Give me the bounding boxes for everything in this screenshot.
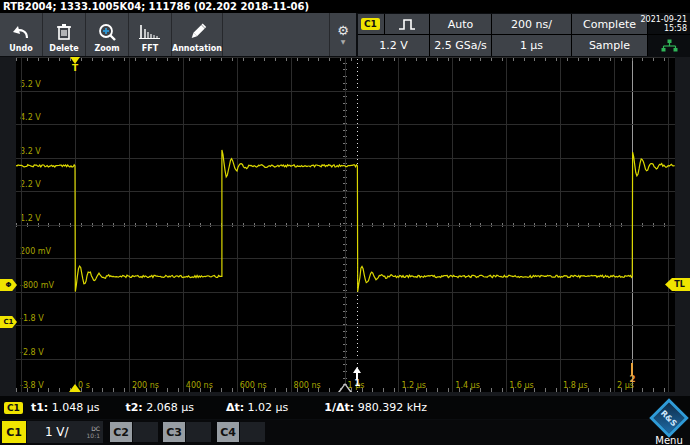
datetime-cell: 2021-09-21 15:58 [648, 14, 690, 34]
channel1-tab[interactable]: C1 [2, 421, 26, 443]
timebase-cell[interactable]: 200 ns/ [492, 14, 571, 34]
channel-bar: C1 1 V/ DC 10:1 C2 C3 C4 [0, 420, 690, 445]
annotation-label: Annotation [172, 44, 222, 54]
sample-rate-value: 2.5 GSa/s [434, 39, 487, 52]
cursor-t2-readout: t2: 2.068 µs [125, 401, 194, 414]
status-bar: C1 Auto 200 ns/ Complete 2021-09-21 15:5… [358, 14, 690, 56]
channel2-settings-panel [133, 422, 158, 442]
annotation-button[interactable]: Annotation [172, 13, 223, 56]
zoom-button[interactable]: Zoom [86, 13, 129, 56]
toolbar-spacer [223, 13, 330, 56]
trigger-level-tag-label: TL [674, 280, 685, 289]
lan-status-cell [648, 35, 690, 56]
timebase-value: 200 ns/ [511, 18, 552, 31]
title-bar: RTB2004; 1333.1005K04; 111786 (02.202 20… [0, 0, 690, 13]
record-time-value: 1 µs [520, 39, 543, 52]
date-text: 2021-09-21 [641, 15, 688, 24]
undo-label: Undo [9, 44, 32, 54]
edge-trigger-icon [385, 17, 429, 32]
trash-icon [56, 20, 72, 44]
channel1-tag-label: C1 [3, 318, 13, 326]
channel1-settings-panel[interactable]: 1 V/ DC 10:1 [27, 421, 103, 443]
graticule-area: 2 µs1.8 µs1.6 µs1.4 µs1.2 µs1 µs800 ns60… [0, 57, 690, 396]
acquisition-type: Sample [589, 39, 630, 52]
time-text: 15:58 [664, 24, 687, 33]
acquisition-mode-cell[interactable]: Auto [430, 14, 491, 34]
fft-button[interactable]: FFT [129, 13, 172, 56]
zoom-label: Zoom [94, 44, 119, 54]
channel3-tab[interactable]: C3 [163, 422, 185, 442]
delete-label: Delete [49, 44, 78, 54]
channel2-tab[interactable]: C2 [110, 422, 132, 442]
spectrum-icon [139, 20, 161, 44]
channel-offset-marker[interactable]: Φ [0, 279, 17, 291]
gear-icon: ⚙ [337, 24, 349, 38]
rs-logo-icon: R&S [649, 398, 689, 438]
sample-rate-cell[interactable]: 2.5 GSa/s [430, 35, 491, 56]
trigger-level-cell[interactable]: 1.2 V [358, 35, 429, 56]
trigger-source-badge: C1 [361, 18, 380, 30]
measurement-bar: C1 t1: 1.048 µs t2: 2.068 µs Δt: 1.02 µs… [0, 396, 690, 419]
acquisition-status-cell[interactable]: Complete [572, 14, 647, 34]
magnifier-icon [98, 20, 117, 44]
menu-button[interactable]: R&S Menu [648, 399, 690, 445]
settings-gear-button[interactable]: ⚙ ▼ [330, 13, 356, 56]
channel1-waveform [16, 57, 675, 392]
acquisition-mode: Auto [448, 18, 474, 31]
delta-t-readout: Δt: 1.02 µs [226, 401, 288, 414]
undo-icon [11, 20, 31, 44]
channel4-settings-panel [240, 422, 265, 442]
cursor-t1-readout: t1: 1.048 µs [31, 401, 100, 414]
record-time-cell[interactable]: 1 µs [492, 35, 571, 56]
channel4-tab[interactable]: C4 [217, 422, 239, 442]
fft-label: FFT [142, 44, 158, 54]
channel3-settings-panel [186, 422, 211, 442]
chevron-down-icon: ▼ [341, 38, 346, 46]
trigger-source-cell[interactable]: C1 [358, 14, 429, 34]
channel1-scale: 1 V/ [27, 425, 87, 439]
acquisition-type-cell[interactable]: Sample [572, 35, 647, 56]
offset-symbol: Φ [6, 281, 12, 289]
acquisition-status: Complete [583, 18, 636, 31]
channel1-ground-marker[interactable]: C1 [0, 316, 17, 328]
pencil-icon [187, 20, 207, 44]
undo-button[interactable]: Undo [0, 13, 43, 56]
network-icon [661, 39, 678, 52]
oscilloscope-screen: RTB2004; 1333.1005K04; 111786 (02.202 20… [0, 0, 690, 445]
toolbar: Undo Delete Zoom FFT Annotation [0, 13, 356, 56]
waveform-display: 2 µs1.8 µs1.6 µs1.4 µs1.2 µs1 µs800 ns60… [16, 57, 675, 392]
measurement-channel-badge: C1 [4, 402, 23, 414]
delete-button[interactable]: Delete [43, 13, 86, 56]
device-id-text: RTB2004; 1333.1005K04; 111786 (02.202 20… [3, 1, 309, 12]
frequency-readout: 1/Δt: 980.392 kHz [324, 401, 427, 414]
channel1-coupling-probe: DC 10:1 [87, 425, 103, 439]
trigger-level-value: 1.2 V [379, 39, 408, 52]
